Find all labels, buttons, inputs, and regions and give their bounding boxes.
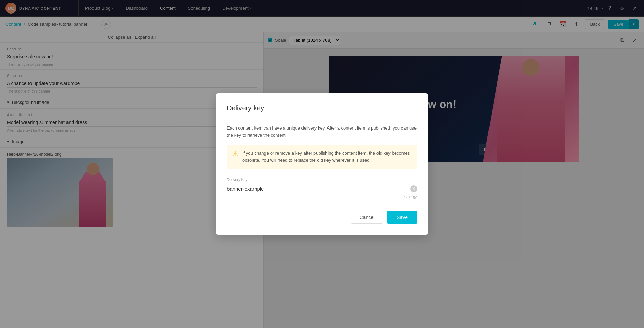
modal-description: Each content item can have a unique deli… [227, 125, 417, 139]
warning-icon: ⚠ [233, 150, 238, 158]
modal-title: Delivery key [227, 104, 417, 118]
warning-text: If you change or remove a key after publ… [242, 150, 411, 164]
delivery-key-input[interactable] [227, 184, 417, 194]
delivery-key-label: Delivery key [227, 178, 417, 182]
delivery-key-modal: Delivery key Each content item can have … [216, 93, 428, 234]
char-count: 14 / 150 [227, 196, 417, 200]
modal-actions: Cancel Save [227, 211, 417, 224]
cancel-button[interactable]: Cancel [351, 211, 383, 224]
modal-warning: ⚠ If you change or remove a key after pu… [227, 145, 417, 169]
delivery-key-input-row: ✕ [227, 184, 417, 194]
save-button-modal[interactable]: Save [387, 211, 417, 224]
modal-overlay: Delivery key Each content item can have … [0, 0, 644, 328]
clear-input-button[interactable]: ✕ [410, 185, 417, 192]
